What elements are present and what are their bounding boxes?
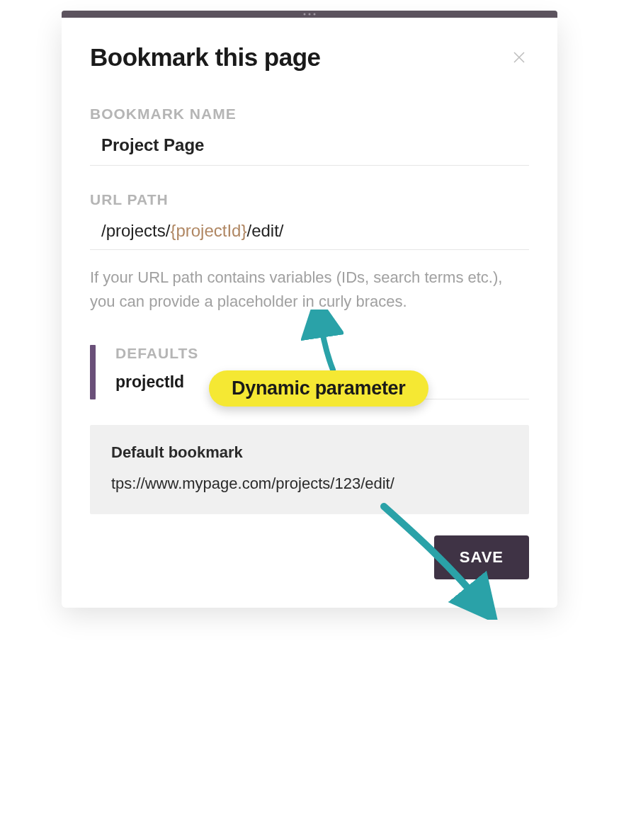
preview-url: tps://www.mypage.com/projects/123/edit/ [111, 475, 508, 493]
url-help-text: If your URL path contains variables (IDs… [90, 266, 529, 314]
save-button[interactable]: SAVE [434, 535, 529, 579]
close-button[interactable] [509, 47, 529, 67]
preview-label: Default bookmark [111, 443, 508, 462]
defaults-accent-bar [90, 345, 96, 399]
close-icon [511, 49, 528, 66]
annotation-label: Dynamic parameter [209, 370, 428, 407]
window-handle[interactable] [62, 11, 557, 18]
default-bookmark-preview: Default bookmark tps://www.mypage.com/pr… [90, 425, 529, 514]
defaults-heading: DEFAULTS [115, 345, 529, 362]
url-path-input[interactable]: /projects/{projectId}/edit/ [90, 208, 529, 250]
url-path-label: URL PATH [90, 191, 529, 208]
dialog-title: Bookmark this page [90, 43, 321, 72]
bookmark-dialog: Bookmark this page BOOKMARK NAME URL PAT… [62, 18, 557, 608]
url-prefix: /projects/ [101, 221, 170, 240]
bookmark-name-label: BOOKMARK NAME [90, 106, 529, 123]
url-param-token: {projectId} [170, 221, 246, 240]
url-suffix: /edit/ [246, 221, 283, 240]
bookmark-name-input[interactable] [90, 123, 529, 166]
